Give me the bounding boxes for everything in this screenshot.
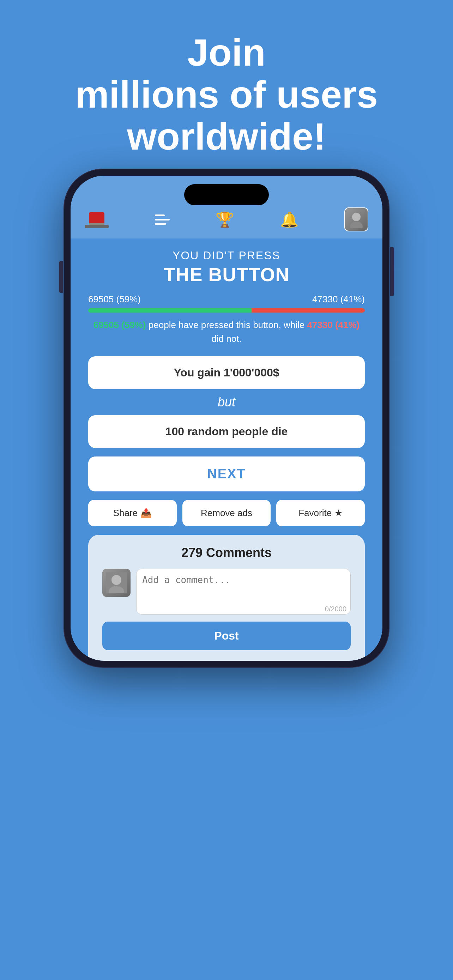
svg-point-1	[350, 221, 363, 228]
char-count: 0/2000	[325, 605, 347, 613]
progress-bar	[88, 308, 365, 313]
list-icon[interactable]	[155, 215, 170, 225]
but-label: but	[88, 395, 365, 410]
line1	[155, 215, 165, 216]
stats-row: 69505 (59%) 47330 (41%)	[88, 294, 365, 305]
share-button[interactable]: Share 📤	[88, 500, 177, 527]
avatar-image	[345, 208, 368, 231]
line2	[155, 219, 170, 221]
hero-section: Join millions of users worldwide!	[0, 0, 453, 158]
share-label: Share	[113, 508, 138, 519]
main-content: YOU DID'T PRESS THE BUTTON 69505 (59%) 4…	[71, 239, 382, 661]
hero-line2: millions of users	[0, 74, 453, 116]
phone-screen: 🏆 🔔 YOU DID'T PRESS THE BUTTON	[71, 176, 382, 661]
gain-button[interactable]: You gain 1'000'000$	[88, 356, 365, 389]
star-icon: ★	[334, 508, 343, 519]
share-icon: 📤	[140, 508, 152, 519]
stat-right: 47330 (41%)	[312, 294, 365, 305]
consequence-button[interactable]: 100 random people die	[88, 415, 365, 448]
svg-point-0	[352, 213, 361, 221]
user-avatar[interactable]	[344, 207, 368, 231]
remove-ads-button[interactable]: Remove ads	[183, 500, 271, 527]
remove-ads-label: Remove ads	[201, 508, 252, 519]
phone-frame: 🏆 🔔 YOU DID'T PRESS THE BUTTON	[64, 169, 389, 667]
stats-description: 69505 (59%) people have pressed this but…	[88, 318, 365, 346]
question-title: THE BUTTON	[88, 264, 365, 285]
svg-point-3	[111, 575, 121, 585]
hero-line1: Join	[0, 32, 453, 74]
desc-text1: people have pressed this button, while	[146, 320, 307, 330]
dynamic-island	[184, 184, 269, 205]
green-stat: 69505 (59%)	[94, 320, 146, 330]
action-row: Share 📤 Remove ads Favorite ★	[88, 500, 365, 527]
next-button[interactable]: NEXT	[88, 457, 365, 492]
comment-user-avatar	[102, 569, 130, 597]
hat-logo[interactable]	[85, 211, 109, 228]
post-button[interactable]: Post	[102, 622, 351, 650]
comment-avatar-image	[102, 569, 130, 597]
comments-section: 279 Comments	[88, 535, 365, 661]
bell-icon[interactable]: 🔔	[280, 211, 299, 228]
favorite-button[interactable]: Favorite ★	[276, 500, 365, 527]
line3	[155, 223, 166, 225]
progress-green	[88, 308, 251, 313]
hat-brim	[85, 225, 109, 228]
red-stat: 47330 (41%)	[307, 320, 359, 330]
favorite-label: Favorite	[299, 508, 332, 519]
question-subtitle: YOU DID'T PRESS	[88, 249, 365, 262]
comment-input-row: 0/2000	[102, 569, 351, 616]
comment-textarea[interactable]	[136, 569, 351, 614]
stat-left: 69505 (59%)	[88, 294, 141, 305]
comment-input-container: 0/2000	[136, 569, 351, 616]
desc-text2: did not.	[211, 333, 241, 344]
phone-mockup: 🏆 🔔 YOU DID'T PRESS THE BUTTON	[64, 169, 389, 667]
trophy-icon[interactable]: 🏆	[216, 211, 234, 228]
progress-red	[251, 308, 365, 313]
comments-title: 279 Comments	[102, 546, 351, 560]
hero-line3: worldwide!	[0, 116, 453, 158]
